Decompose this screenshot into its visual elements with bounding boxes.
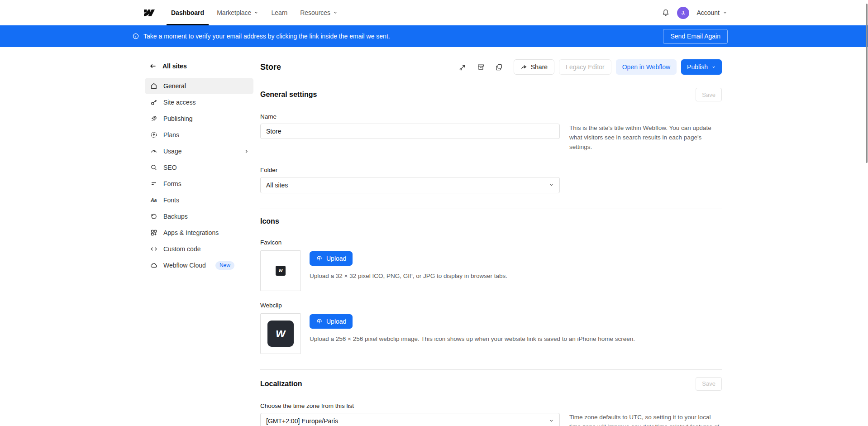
sidebar-item-label: Forms (163, 180, 181, 187)
duplicate-icon[interactable] (493, 60, 506, 74)
upload-icon (316, 255, 323, 262)
verify-email-banner: Take a moment to verify your email addre… (0, 25, 868, 47)
sidebar-item-seo[interactable]: SEO (145, 159, 253, 176)
favicon-preview: w (260, 250, 301, 291)
sidebar-item-custom-code[interactable]: Custom code (145, 241, 253, 257)
code-icon (150, 245, 157, 253)
send-email-again-button[interactable]: Send Email Again (663, 29, 728, 44)
site-name-input[interactable] (260, 124, 560, 139)
gauge-icon (150, 148, 157, 155)
aa-type-icon: Aa (150, 196, 157, 204)
avatar[interactable]: J. (677, 7, 689, 19)
timezone-label: Choose the time zone from this list (260, 402, 722, 409)
sidebar-item-apps-integrations[interactable]: Apps & Integrations (145, 225, 253, 241)
folder-value: All sites (266, 182, 288, 189)
favicon-upload-button[interactable]: Upload (310, 251, 353, 266)
share-arrow-icon (520, 64, 527, 71)
sidebar-item-backups[interactable]: Backups (145, 208, 253, 225)
publish-label: Publish (687, 63, 708, 71)
apps-grid-icon (150, 229, 157, 236)
account-menu[interactable]: Account (696, 9, 727, 16)
home-icon (150, 82, 157, 90)
sidebar-item-label: Usage (163, 148, 181, 155)
share-button[interactable]: Share (514, 59, 554, 75)
banner-message: Take a moment to verify your email addre… (143, 33, 390, 40)
avatar-initials: J. (682, 10, 685, 15)
sidebar-item-forms[interactable]: Forms (145, 176, 253, 192)
search-icon (150, 164, 157, 171)
page-title: Store (260, 62, 281, 72)
info-icon (132, 33, 139, 40)
sidebar-nav: General Site access Publishing Plans Usa… (145, 78, 253, 273)
webflow-logo[interactable] (144, 0, 155, 25)
notifications-bell-icon[interactable] (662, 9, 670, 17)
svg-text:Aa: Aa (150, 197, 157, 203)
upgrade-circle-icon (150, 131, 157, 139)
upload-label: Upload (326, 318, 346, 325)
chevron-down-icon (549, 182, 554, 187)
back-label: All sites (162, 62, 187, 70)
general-settings-heading: General settings (260, 91, 317, 99)
archive-icon[interactable] (475, 60, 487, 74)
webclip-label: Webclip (260, 302, 722, 309)
back-to-all-sites[interactable]: All sites (145, 62, 253, 70)
sidebar-item-label: Custom code (163, 245, 200, 253)
timezone-select[interactable]: [GMT+2:00] Europe/Paris (260, 413, 560, 426)
rocket-icon (150, 115, 157, 122)
sidebar-item-label: SEO (163, 164, 177, 171)
sidebar-item-plans[interactable]: Plans (145, 127, 253, 143)
sidebar-item-general[interactable]: General (145, 78, 253, 94)
sidebar-item-label: Site access (163, 99, 196, 106)
webclip-upload-button[interactable]: Upload (310, 314, 353, 329)
localization-heading: Localization (260, 380, 302, 388)
chevron-down-icon (723, 10, 727, 15)
nav-item-label: Learn (271, 9, 287, 16)
webclip-image: w (267, 321, 294, 347)
general-settings-save-button[interactable]: Save (696, 88, 722, 101)
sidebar-item-webflow-cloud[interactable]: Webflow Cloud New (145, 257, 253, 273)
sidebar-item-label: Webflow Cloud (163, 262, 206, 269)
webclip-preview: w (260, 313, 301, 354)
scrollbar-thumb[interactable] (866, 4, 868, 163)
chevron-down-icon (254, 10, 258, 15)
legacy-editor-button[interactable]: Legacy Editor (559, 59, 611, 75)
nav-item-resources[interactable]: Resources (296, 0, 342, 25)
upload-icon (316, 318, 323, 325)
publish-button[interactable]: Publish (681, 59, 722, 75)
nav-item-label: Marketplace (217, 9, 251, 16)
sidebar-item-site-access[interactable]: Site access (145, 94, 253, 110)
nav-item-label: Resources (300, 9, 330, 16)
nav-item-learn[interactable]: Learn (267, 0, 292, 25)
restore-icon (150, 213, 157, 220)
new-badge: New (215, 261, 234, 270)
top-nav: Dashboard Marketplace Learn Resources J.… (0, 0, 868, 25)
arrow-left-icon (149, 62, 157, 70)
transfer-site-icon[interactable] (457, 60, 469, 74)
sidebar-item-label: Plans (163, 131, 179, 139)
localization-save-button[interactable]: Save (696, 377, 722, 391)
site-header: Store Share Legacy Editor Open in Webflo… (260, 59, 722, 75)
favicon-image: w (276, 266, 286, 276)
sidebar-item-usage[interactable]: Usage (145, 143, 253, 159)
sidebar-item-publishing[interactable]: Publishing (145, 110, 253, 127)
favicon-help-text: Upload a 32 × 32 pixel ICO, PNG, GIF, or… (310, 272, 507, 281)
icons-heading: Icons (260, 217, 279, 225)
cloud-icon (150, 262, 157, 269)
upload-label: Upload (326, 255, 346, 262)
nav-item-marketplace[interactable]: Marketplace (212, 0, 263, 25)
general-settings-section: General settings Save Name This is the s… (260, 88, 722, 209)
nav-links: Dashboard Marketplace Learn Resources (165, 0, 344, 25)
chevron-right-icon (244, 149, 249, 154)
localization-section: Localization Save Choose the time zone f… (260, 377, 722, 426)
timezone-value: [GMT+2:00] Europe/Paris (266, 417, 338, 425)
chevron-down-icon (711, 65, 716, 69)
folder-select[interactable]: All sites (260, 177, 560, 193)
webflow-logo-icon (144, 10, 155, 16)
name-label: Name (260, 113, 722, 120)
sidebar-item-fonts[interactable]: Aa Fonts (145, 192, 253, 208)
webclip-help-text: Upload a 256 × 256 pixel webclip image. … (310, 335, 635, 344)
folder-label: Folder (260, 167, 722, 173)
nav-item-dashboard[interactable]: Dashboard (167, 0, 209, 25)
key-icon (150, 99, 157, 106)
open-in-webflow-button[interactable]: Open in Webflow (616, 59, 677, 75)
